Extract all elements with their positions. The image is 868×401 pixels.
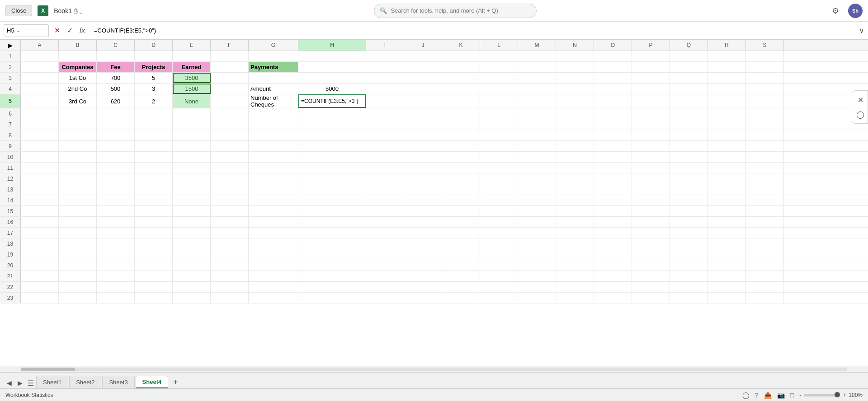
cell-P22[interactable]	[632, 282, 670, 292]
cell-A6[interactable]	[21, 108, 59, 119]
cell-C18[interactable]	[97, 238, 135, 249]
cell-O21[interactable]	[594, 271, 632, 281]
cell-A19[interactable]	[21, 249, 59, 260]
cell-N13[interactable]	[556, 184, 594, 195]
cell-J4[interactable]	[404, 84, 442, 94]
cell-O12[interactable]	[594, 173, 632, 184]
cell-B19[interactable]	[59, 249, 97, 260]
cell-E5[interactable]: None	[173, 94, 211, 108]
cell-S8[interactable]	[746, 130, 784, 140]
cell-D10[interactable]	[135, 152, 173, 162]
cell-I15[interactable]	[366, 206, 404, 216]
cell-F7[interactable]	[211, 119, 249, 130]
cell-E3[interactable]: 3500	[173, 73, 211, 83]
cell-G11[interactable]	[249, 163, 298, 173]
cell-D23[interactable]	[135, 293, 173, 303]
cell-A3[interactable]	[21, 73, 59, 83]
status-icon-1[interactable]: ◯	[742, 392, 750, 399]
cell-I13[interactable]	[366, 184, 404, 195]
cell-C16[interactable]	[97, 217, 135, 227]
cell-H19[interactable]	[298, 249, 366, 260]
cell-B18[interactable]	[59, 238, 97, 249]
cell-Q7[interactable]	[670, 119, 708, 130]
cell-E18[interactable]	[173, 238, 211, 249]
cell-G17[interactable]	[249, 228, 298, 238]
cell-I17[interactable]	[366, 228, 404, 238]
row-num-12[interactable]: 12	[0, 173, 21, 184]
cell-J17[interactable]	[404, 228, 442, 238]
cell-N11[interactable]	[556, 163, 594, 173]
cell-K11[interactable]	[442, 163, 480, 173]
cell-F9[interactable]	[211, 141, 249, 151]
col-header-C[interactable]: C	[97, 40, 135, 51]
cell-K9[interactable]	[442, 141, 480, 151]
cell-C22[interactable]	[97, 282, 135, 292]
cell-F12[interactable]	[211, 173, 249, 184]
cell-F11[interactable]	[211, 163, 249, 173]
cell-H8[interactable]	[298, 130, 366, 140]
zoom-in-button[interactable]: +	[843, 392, 846, 398]
cell-A4[interactable]	[21, 84, 59, 94]
cell-O9[interactable]	[594, 141, 632, 151]
row-num-15[interactable]: 15	[0, 206, 21, 216]
cell-D15[interactable]	[135, 206, 173, 216]
row-num-20[interactable]: 20	[0, 260, 21, 270]
cell-S18[interactable]	[746, 238, 784, 249]
col-header-P[interactable]: P	[632, 40, 670, 51]
cell-G9[interactable]	[249, 141, 298, 151]
cell-F8[interactable]	[211, 130, 249, 140]
cell-R10[interactable]	[708, 152, 746, 162]
cell-C15[interactable]	[97, 206, 135, 216]
cell-O15[interactable]	[594, 206, 632, 216]
cell-M1[interactable]	[518, 51, 556, 61]
cell-H21[interactable]	[298, 271, 366, 281]
cell-O5[interactable]	[594, 94, 632, 108]
cell-F23[interactable]	[211, 293, 249, 303]
cell-R11[interactable]	[708, 163, 746, 173]
cell-R3[interactable]	[708, 73, 746, 83]
cell-E13[interactable]	[173, 184, 211, 195]
autosave-icon[interactable]: ⎙ ⌄	[74, 7, 83, 14]
cell-I10[interactable]	[366, 152, 404, 162]
cell-S20[interactable]	[746, 260, 784, 270]
cell-N5[interactable]	[556, 94, 594, 108]
cell-R13[interactable]	[708, 184, 746, 195]
cell-S22[interactable]	[746, 282, 784, 292]
cell-M19[interactable]	[518, 249, 556, 260]
cell-I7[interactable]	[366, 119, 404, 130]
cell-N18[interactable]	[556, 238, 594, 249]
cell-D16[interactable]	[135, 217, 173, 227]
cell-R1[interactable]	[708, 51, 746, 61]
cell-D14[interactable]	[135, 195, 173, 205]
cell-K22[interactable]	[442, 282, 480, 292]
cell-Q13[interactable]	[670, 184, 708, 195]
cell-G7[interactable]	[249, 119, 298, 130]
cell-D4[interactable]: 3	[135, 84, 173, 94]
cell-E10[interactable]	[173, 152, 211, 162]
cell-M15[interactable]	[518, 206, 556, 216]
cell-S23[interactable]	[746, 293, 784, 303]
search-bar[interactable]: 🔍	[374, 4, 537, 18]
cell-L2[interactable]	[480, 62, 518, 72]
cell-R23[interactable]	[708, 293, 746, 303]
cell-E16[interactable]	[173, 217, 211, 227]
cell-H22[interactable]	[298, 282, 366, 292]
cell-B17[interactable]	[59, 228, 97, 238]
formula-expand-button[interactable]: ∨	[859, 26, 864, 35]
cell-A10[interactable]	[21, 152, 59, 162]
status-icon-5[interactable]: □	[790, 392, 794, 399]
cell-F10[interactable]	[211, 152, 249, 162]
cell-L8[interactable]	[480, 130, 518, 140]
cell-R22[interactable]	[708, 282, 746, 292]
cell-J2[interactable]	[404, 62, 442, 72]
cell-G23[interactable]	[249, 293, 298, 303]
cell-H9[interactable]	[298, 141, 366, 151]
cell-E23[interactable]	[173, 293, 211, 303]
cell-E8[interactable]	[173, 130, 211, 140]
tab-prev-button[interactable]: ◀	[4, 378, 14, 388]
cell-O14[interactable]	[594, 195, 632, 205]
cell-N23[interactable]	[556, 293, 594, 303]
cell-E9[interactable]	[173, 141, 211, 151]
cell-M21[interactable]	[518, 271, 556, 281]
cell-L20[interactable]	[480, 260, 518, 270]
